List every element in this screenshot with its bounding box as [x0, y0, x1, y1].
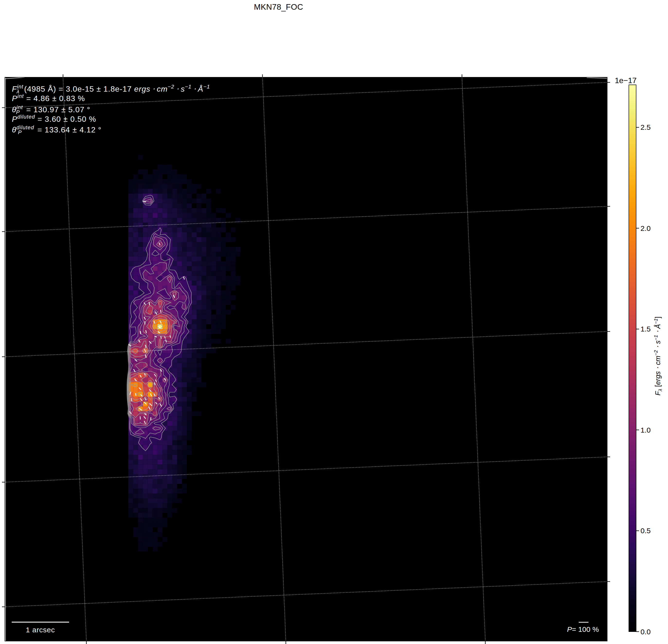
svg-text:Fintλ(4985 Å) = 3.0e-15 ± 1.8e: Fintλ(4985 Å) = 3.0e-15 ± 1.8e-17 ergs ⋅…	[12, 83, 210, 95]
svg-text:0.5: 0.5	[640, 527, 651, 535]
svg-text:1.5: 1.5	[640, 325, 651, 333]
svg-text:1.0: 1.0	[640, 426, 651, 434]
svg-text:MKN78_FOC: MKN78_FOC	[254, 2, 303, 12]
svg-text:2.0: 2.0	[640, 224, 651, 232]
svg-text:P= 100 %: P= 100 %	[567, 625, 599, 633]
svg-text:2.5: 2.5	[640, 123, 651, 131]
svg-text:0.0: 0.0	[640, 628, 651, 636]
svg-text:1e−17: 1e−17	[615, 76, 637, 85]
svg-text:1 arcsec: 1 arcsec	[26, 626, 55, 634]
svg-text:Fλ [ergs ⋅ cm−2 ⋅ s−1 ⋅ Å−1]: Fλ [ergs ⋅ cm−2 ⋅ s−1 ⋅ Å−1]	[653, 316, 663, 395]
